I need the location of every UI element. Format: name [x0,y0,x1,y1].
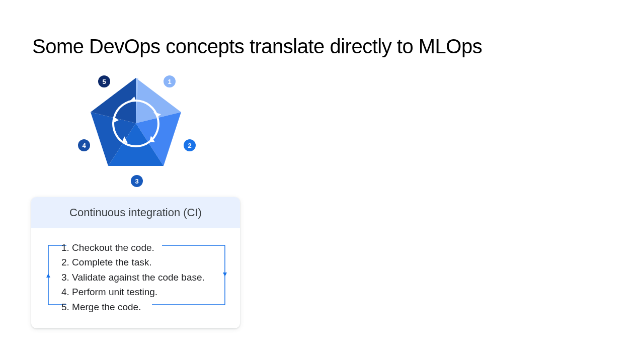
pentagon-badge-3: 3 [131,175,143,187]
ci-step-3: 3. Validate against the code base. [61,270,210,285]
pentagon-badge-1: 1 [164,75,176,87]
ci-card-header: Continuous integration (CI) [31,197,240,228]
pentagon-icon [86,73,186,173]
ci-steps-list: 1. Checkout the code. 2. Complete the ta… [43,240,228,314]
ci-step-5: 5. Merge the code. [61,300,210,314]
ci-step-4: 4. Perform unit testing. [61,285,210,299]
pentagon-diagram: 1 2 3 4 5 [73,70,199,191]
pentagon-badge-5: 5 [98,75,110,87]
ci-step-1: 1. Checkout the code. [61,240,210,255]
pentagon-badge-4: 4 [78,139,90,151]
ci-card-body: 1. Checkout the code. 2. Complete the ta… [31,228,240,328]
ci-step-2: 2. Complete the task. [61,255,210,269]
pentagon-badge-2: 2 [184,139,196,151]
ci-card: Continuous integration (CI) 1. Checkout [31,197,240,328]
page-title: Some DevOps concepts translate directly … [32,35,482,58]
